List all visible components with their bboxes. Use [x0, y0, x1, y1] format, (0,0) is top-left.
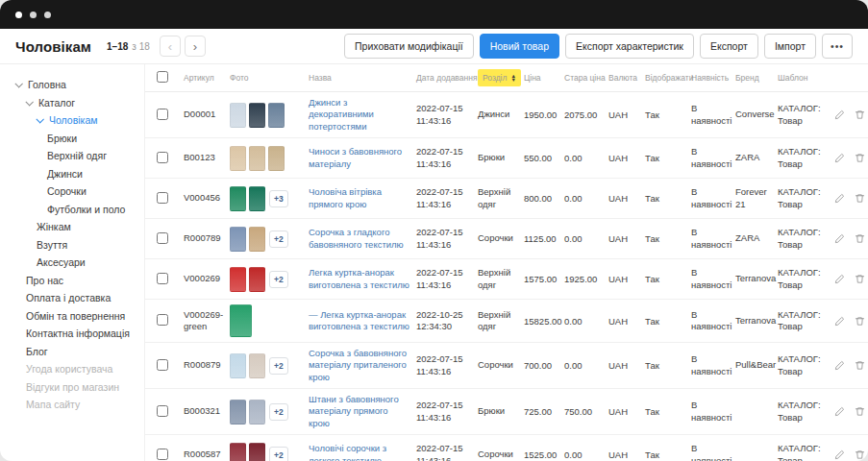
row-select-cell	[157, 273, 184, 286]
sidebar-item[interactable]: Оплата і доставка	[0, 289, 144, 307]
delete-icon[interactable]	[854, 360, 865, 372]
more-photos-badge[interactable]: +2	[269, 447, 288, 461]
delete-icon[interactable]	[854, 193, 865, 205]
sidebar-item[interactable]: Контактна інформація	[0, 325, 144, 343]
product-name-link[interactable]: Джинси з декоративними потертостями	[309, 97, 410, 133]
sidebar-item[interactable]: Обмін та повернення	[0, 307, 144, 326]
column-header-section[interactable]: Розділ ▲▼	[478, 69, 524, 86]
product-name-link[interactable]: — Легка куртка-анорак виготовлена з текс…	[309, 309, 410, 333]
product-name-link[interactable]: Чиноси з бавовняного матеріалу	[309, 146, 410, 170]
pagination-prev-button[interactable]: ‹	[160, 36, 181, 57]
column-header-template[interactable]: Шаблон	[778, 73, 833, 83]
sidebar-item[interactable]: Про нас	[0, 272, 144, 290]
row-checkbox[interactable]	[157, 405, 168, 417]
more-photos-badge[interactable]: +2	[269, 403, 288, 421]
sort-arrows-icon[interactable]: ▲▼	[510, 74, 515, 82]
row-checkbox[interactable]	[157, 152, 168, 163]
table-row[interactable]: R000587 +2 Чоловічі сорочки з легкого те…	[145, 435, 868, 461]
product-name-link[interactable]: Сорочка з бавовняного матеріалу притален…	[309, 348, 410, 383]
table-row[interactable]: V000456 +3 Чоловіча вітрівка прямого кро…	[145, 179, 868, 219]
sidebar-item[interactable]: Жінкам	[0, 218, 144, 236]
product-template: КАТАЛОГ: Товар	[778, 309, 833, 333]
new-product-button[interactable]: Новий товар	[480, 34, 559, 59]
column-header-currency[interactable]: Валюта	[608, 73, 645, 83]
sidebar-item[interactable]: Блог	[0, 343, 144, 361]
product-name-link[interactable]: Сорочка з гладкого бавовняного текстилю	[309, 227, 410, 251]
edit-icon[interactable]	[833, 153, 845, 164]
sidebar-item[interactable]: Угода користувача	[0, 360, 144, 378]
column-header-date[interactable]: Дата додавання	[416, 73, 478, 83]
close-window-button[interactable]	[15, 12, 22, 18]
table-row[interactable]: R000789 +2 Сорочка з гладкого бавовняног…	[145, 219, 868, 259]
table-row[interactable]: V000269 +2 Легка куртка-анорак виготовле…	[145, 259, 868, 300]
sidebar-item[interactable]: Аксесуари	[0, 254, 144, 272]
select-all-checkbox[interactable]	[157, 71, 168, 83]
delete-icon[interactable]	[854, 449, 865, 461]
edit-icon[interactable]	[833, 109, 845, 121]
more-photos-badge[interactable]: +3	[269, 190, 288, 207]
more-photos-badge[interactable]: +2	[269, 271, 288, 288]
delete-icon[interactable]	[854, 153, 865, 164]
sidebar-item[interactable]: Взуття	[0, 236, 144, 255]
sidebar-item[interactable]: Мапа сайту	[0, 396, 144, 414]
edit-icon[interactable]	[833, 449, 845, 461]
sidebar-item[interactable]: Футболки и поло	[0, 201, 144, 219]
table-row[interactable]: B00123 Чиноси з бавовняного матеріалу 20…	[145, 138, 868, 179]
table-row[interactable]: D00001 Джинси з декоративними потертостя…	[145, 92, 868, 138]
product-name-link[interactable]: Легка куртка-анорак виготовлена з тексти…	[309, 267, 410, 291]
column-header-sku[interactable]: Артикул	[184, 73, 230, 83]
maximize-window-button[interactable]	[44, 12, 51, 18]
product-name-link[interactable]: Штани з бавовняного матеріалу прямого кр…	[309, 394, 410, 429]
sidebar-item[interactable]: Верхній одяг	[0, 147, 144, 165]
row-checkbox[interactable]	[157, 449, 168, 460]
minimize-window-button[interactable]	[30, 12, 37, 18]
product-name-link[interactable]: Чоловіча вітрівка прямого крою	[309, 186, 410, 210]
sidebar-item[interactable]: Сорочки	[0, 182, 144, 201]
edit-icon[interactable]	[833, 406, 845, 418]
row-checkbox[interactable]	[157, 273, 168, 284]
product-photo	[249, 103, 265, 128]
column-header-availability[interactable]: Наявність	[691, 73, 735, 83]
delete-icon[interactable]	[854, 109, 865, 121]
product-name-link[interactable]: Чоловічі сорочки з легкого текстилю	[309, 443, 410, 461]
sidebar-item[interactable]: Головна	[0, 76, 144, 94]
column-header-name[interactable]: Назва	[309, 73, 416, 83]
sidebar-item[interactable]: Чоловікам	[0, 111, 144, 130]
pagination-next-button[interactable]: ›	[185, 36, 206, 57]
more-actions-button[interactable]: •••	[822, 34, 853, 59]
table-row[interactable]: R000879 +2 Сорочка з бавовняного матеріа…	[145, 343, 868, 389]
pagination-range: 1–18	[107, 41, 128, 52]
delete-icon[interactable]	[854, 406, 865, 418]
more-photos-badge[interactable]: +2	[269, 230, 288, 248]
product-section: Верхній одяг	[478, 309, 524, 333]
import-button[interactable]: Імпорт	[764, 34, 816, 59]
export-characteristics-button[interactable]: Експорт характеристик	[565, 34, 694, 59]
edit-icon[interactable]	[833, 233, 845, 245]
column-header-old-price[interactable]: Стара ціна	[564, 73, 608, 83]
edit-icon[interactable]	[833, 360, 845, 372]
edit-icon[interactable]	[833, 193, 845, 205]
product-photos	[230, 146, 309, 171]
row-checkbox[interactable]	[157, 109, 168, 120]
hide-modifications-button[interactable]: Приховати модифікації	[344, 34, 474, 59]
row-checkbox[interactable]	[157, 314, 168, 326]
delete-icon[interactable]	[854, 274, 865, 285]
row-checkbox[interactable]	[157, 192, 168, 204]
sidebar-item[interactable]: Джинси	[0, 165, 144, 183]
row-checkbox[interactable]	[157, 359, 168, 371]
column-header-brand[interactable]: Бренд	[735, 73, 778, 83]
edit-icon[interactable]	[833, 315, 845, 327]
delete-icon[interactable]	[854, 315, 865, 327]
column-header-price[interactable]: Ціна	[524, 73, 564, 83]
delete-icon[interactable]	[854, 233, 865, 245]
table-row[interactable]: V000269-green — Легка куртка-анорак виго…	[145, 300, 868, 343]
sidebar-item[interactable]: Брюки	[0, 130, 144, 148]
column-header-display[interactable]: Відображати	[645, 73, 691, 83]
sidebar-item[interactable]: Відгуки про магазин	[0, 378, 144, 397]
edit-icon[interactable]	[833, 274, 845, 285]
sidebar-item[interactable]: Каталог	[0, 94, 144, 112]
export-button[interactable]: Експорт	[700, 34, 758, 59]
more-photos-badge[interactable]: +2	[269, 357, 288, 375]
table-row[interactable]: B000321 +2 Штани з бавовняного матеріалу…	[145, 389, 868, 435]
row-checkbox[interactable]	[157, 232, 168, 244]
